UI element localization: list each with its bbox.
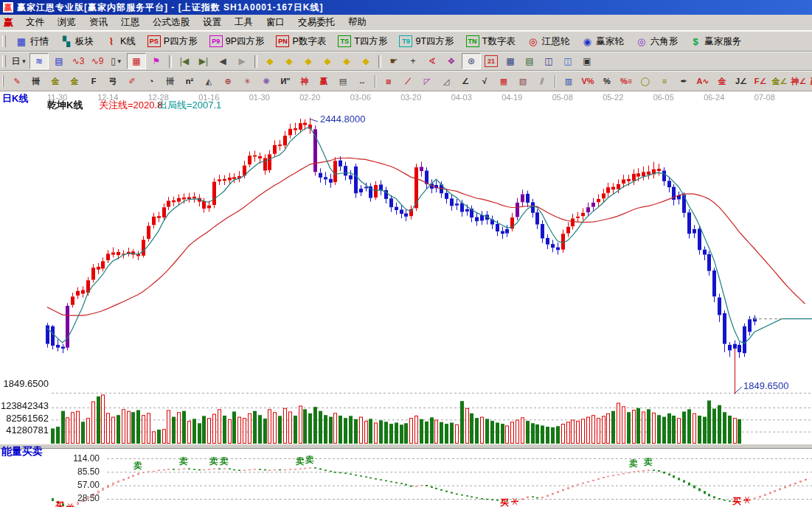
wave-notation-button[interactable]: И" [277,74,294,88]
bow-spiral-button[interactable]: 弓 [104,74,122,88]
wave-9-button[interactable]: ∿9 [89,54,106,69]
gann-diamond-left-button[interactable]: ◆ [261,54,279,69]
toolbar-button-kline[interactable]: ⌇K线 [100,34,142,49]
shen-angle-button[interactable]: 神∠ [790,74,808,88]
box-marker-button[interactable]: ⧈ [380,74,398,88]
menu-gann[interactable]: 江恩 [114,15,146,30]
wave-3-button[interactable]: ∿3 [69,54,87,69]
period-day-selector-button[interactable]: 日▼ [10,54,28,69]
h-expand-button[interactable]: ↔ [353,74,371,88]
period-day-selector-dropdown-arrow[interactable]: ▼ [21,58,27,65]
grid-red-button[interactable]: ▦ [495,74,513,88]
percent-button[interactable]: % [598,74,616,88]
angle-measure-button[interactable]: ∢ [423,54,441,69]
menu-news[interactable]: 资讯 [83,15,114,30]
fan-box-1-button[interactable]: ◸ [418,74,436,88]
menu-window[interactable]: 窗口 [260,15,291,30]
angle-mirror-button[interactable]: ◭ [200,74,218,88]
gold-grid-2-button[interactable]: 金 [66,74,83,88]
toolbar-button-p-number-table[interactable]: PNP数字表 [270,34,332,49]
toolbar-button-winner-wheel[interactable]: ◉赢家轮 [575,34,630,49]
parallel-lines-button[interactable]: ⫽ [533,74,551,88]
gold-mark-button[interactable]: 金 [713,74,731,88]
toolbar-button-t-square[interactable]: TST四方形 [332,34,393,49]
last-bar-button[interactable]: ▶| [195,54,212,69]
a-wave-button[interactable]: A∿ [694,74,712,88]
menu-tools[interactable]: 工具 [228,15,260,30]
toolbar-button-9p-square[interactable]: P99P四方形 [204,34,271,49]
menu-help[interactable]: 帮助 [341,15,373,30]
circle-cross-button[interactable]: ⊕ [219,74,237,88]
ying-grid-button[interactable]: 赢 [315,74,333,88]
pen-tool-button[interactable]: ✎ [8,74,26,88]
gold-lines-button[interactable]: ≡ [656,74,673,88]
qiankun-brain-button[interactable]: ⊛ [462,53,481,69]
angle-draw-button[interactable]: ∠ [457,74,474,88]
first-bar-button[interactable]: |◀ [176,54,193,69]
menu-settings[interactable]: 设置 [196,15,228,30]
percent-lines-button[interactable]: %≡ [617,74,635,88]
candle-style-button[interactable]: ▯▼ [108,54,125,69]
v-percent-button[interactable]: V% [579,74,597,88]
calculator-button[interactable]: ▦ [502,54,519,69]
gann-web-button[interactable]: ❋ [257,74,275,88]
next-bar-button[interactable]: ▶ [233,54,251,69]
gann-diamond-right-button[interactable]: ◆ [280,54,298,69]
menu-browse[interactable]: 浏览 [51,15,83,30]
toolbar-button-hexagon[interactable]: ◎六角形 [630,34,684,49]
gold-angle-button[interactable]: 金∠ [771,74,788,88]
save-remote-icon: ◫ [563,56,572,66]
ink-pen-button[interactable]: ✒ [675,74,693,88]
toolbar-button-9t-square[interactable]: T99T四方形 [393,34,459,49]
info-list-button[interactable]: ▤ [50,54,68,69]
toolbar-button-sectors[interactable]: ▚板块 [55,34,100,49]
flag-chart-button[interactable]: ⚑ [148,54,165,69]
gann-web-icon: ❋ [263,77,269,86]
pattern-tool-button[interactable]: ❖ [443,54,460,69]
p-number-table-label: P数字表 [292,35,326,48]
gann-diamond-cross-button[interactable]: ◆ [319,54,336,69]
plain-grid-button[interactable]: 卌 [162,74,179,88]
notes-button[interactable]: ▤ [521,54,538,69]
indicator-panel-button[interactable]: ≋ [30,53,49,69]
gann-diamond-plus-button[interactable]: ◆ [357,54,375,69]
f-angle-button[interactable]: F∠ [752,74,769,88]
fan-lines-button[interactable]: ⟋ [399,74,417,88]
fan-box-2-button[interactable]: ◿ [437,74,455,88]
check-wave-button[interactable]: √ [476,74,493,88]
f-grid-button[interactable]: F [85,74,103,88]
gold-circle-button[interactable]: ◯ [636,74,654,88]
j-angle-button[interactable]: J∠ [732,74,750,88]
gann-diamond-horizontal-button[interactable]: ◆ [299,54,317,69]
toolbar-button-t-number-table[interactable]: TNT数字表 [460,34,521,49]
toolbar-button-gann-wheel[interactable]: ◎江恩轮 [521,34,576,49]
ying-angle-button[interactable]: 赢∠ [809,74,812,88]
prev-bar-button[interactable]: ◀ [214,54,232,69]
save-remote-button[interactable]: ◫ [559,54,577,69]
time-circle-button[interactable]: ◔ [142,74,160,88]
crosshair-tool-button[interactable]: + [404,54,422,69]
gann-grid-button[interactable]: 卌 [27,74,45,88]
candle-style-dropdown-arrow[interactable]: ▼ [117,58,122,65]
menu-formula-stock[interactable]: 公式选股 [146,15,196,30]
save-button[interactable]: ◫ [540,54,558,69]
toolbar-button-winner-service[interactable]: $赢家服务 [684,34,747,49]
chart-canvas[interactable] [0,91,812,507]
star-web-button[interactable]: ✳ [238,74,256,88]
toolbar-button-quotes[interactable]: ▦行情 [10,34,55,49]
menu-trade-order[interactable]: 交易委托 [291,15,341,30]
calendar-21-button[interactable]: 21 [482,54,500,69]
workstation-button[interactable]: ▣ [578,54,596,69]
n-square-button[interactable]: n² [181,74,198,88]
grid-arrow-button[interactable]: ▧ [514,74,532,88]
toolbar-button-p-square[interactable]: PSP四方形 [142,34,204,49]
marker-pen-button[interactable]: ✐ [123,74,141,88]
qiankun-grid-button[interactable]: ▦ [127,53,146,69]
shen-grid-button[interactable]: 神 [296,74,313,88]
column-box-button[interactable]: ▥ [560,74,577,88]
menu-file[interactable]: 文件 [19,15,51,30]
hand-tool-button[interactable]: ☛ [385,54,403,69]
gold-grid-1-button[interactable]: 金 [46,74,64,88]
gann-diamond-star-button[interactable]: ◆ [338,54,355,69]
ruler-table-button[interactable]: ▤ [334,74,352,88]
